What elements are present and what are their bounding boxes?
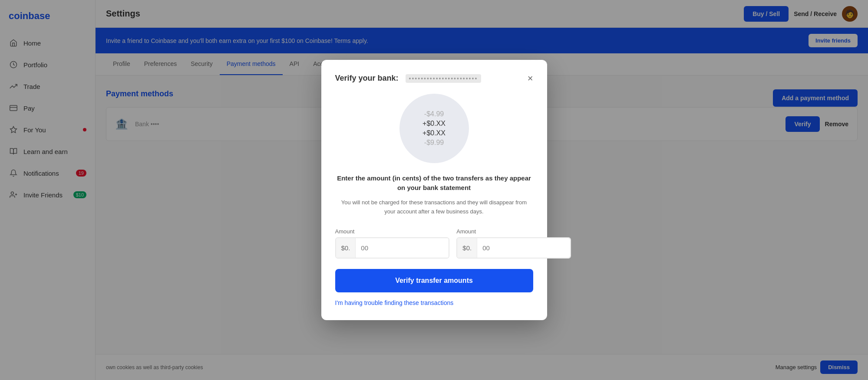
modal-sub-text: You will not be charged for these transa…: [335, 198, 533, 216]
amount2-group: Amount $0.: [456, 228, 571, 259]
amount1-prefix: $0.: [336, 238, 356, 258]
amount2-label: Amount: [456, 228, 571, 235]
amount2-input-wrapper: $0.: [456, 237, 571, 259]
close-modal-button[interactable]: ×: [528, 74, 533, 83]
amounts-row: Amount $0. Amount $0.: [335, 228, 533, 259]
amount2-prefix: $0.: [457, 238, 477, 258]
amount2-input[interactable]: [477, 238, 570, 258]
circle-line-4: -$9.99: [424, 139, 444, 147]
amount1-label: Amount: [335, 228, 450, 235]
modal-title: Verify your bank:: [335, 74, 399, 83]
amount1-input-wrapper: $0.: [335, 237, 450, 259]
modal-title-container: Verify your bank: ••••••••••••••••••••••…: [335, 74, 482, 83]
amount1-input[interactable]: [356, 238, 449, 258]
trouble-link[interactable]: I'm having trouble finding these transac…: [335, 299, 454, 306]
modal-overlay[interactable]: Verify your bank: ••••••••••••••••••••••…: [0, 0, 868, 380]
modal-description: Enter the amount (in cents) of the two t…: [335, 174, 533, 193]
circle-line-2: +$0.XX: [422, 120, 446, 128]
modal-header: Verify your bank: ••••••••••••••••••••••…: [335, 74, 533, 83]
modal-bank-identifier: •••••••••••••••••••••••: [406, 74, 482, 83]
circle-line-1: -$4.99: [424, 110, 444, 118]
circle-line-3: +$0.XX: [422, 129, 446, 137]
transaction-circle-graphic: -$4.99 +$0.XX +$0.XX -$9.99: [399, 94, 469, 163]
verify-bank-modal: Verify your bank: ••••••••••••••••••••••…: [321, 60, 547, 321]
verify-transfer-button[interactable]: Verify transfer amounts: [335, 269, 533, 292]
amount1-group: Amount $0.: [335, 228, 450, 259]
